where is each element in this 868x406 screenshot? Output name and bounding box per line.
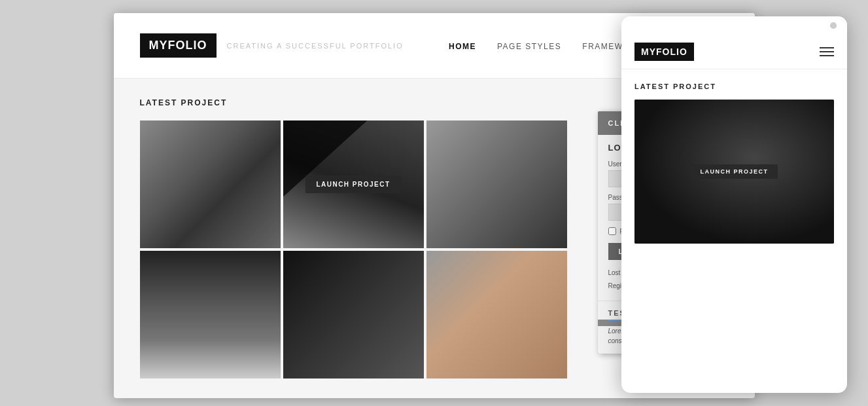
overlay-5	[283, 251, 424, 378]
project-item-4[interactable]	[140, 251, 281, 378]
overlay-4	[140, 251, 281, 378]
nav-link-home[interactable]: HOME	[449, 42, 476, 51]
project-item-5[interactable]	[283, 251, 424, 378]
mobile-launch-button[interactable]: LAUNCH PROJECT	[691, 164, 777, 179]
logo-area: MYFOLIO CREATING A SUCCESSFUL PORTFOLIO	[140, 33, 404, 58]
overlay-1	[140, 120, 281, 248]
nav-link-pagestyles[interactable]: PAGE STYLES	[497, 42, 561, 51]
mobile-content: LATEST PROJECT LAUNCH PROJECT	[621, 69, 847, 257]
hamburger-line-2	[820, 51, 834, 52]
mobile-window: MYFOLIO LATEST PROJECT LAUNCH PROJECT	[621, 16, 847, 393]
mobile-nav: MYFOLIO	[621, 35, 847, 69]
hamburger-menu-icon[interactable]	[820, 47, 834, 56]
hamburger-line-3	[820, 55, 834, 56]
desktop-logo: MYFOLIO	[140, 33, 217, 58]
tagline: CREATING A SUCCESSFUL PORTFOLIO	[227, 42, 404, 50]
nav-item-home[interactable]: HOME	[449, 40, 476, 52]
mobile-status-dot	[830, 22, 837, 29]
project-item-3[interactable]	[426, 120, 567, 248]
mobile-logo: MYFOLIO	[634, 43, 694, 61]
overlay-2: LAUNCH PROJECT	[283, 120, 424, 248]
project-item-6[interactable]	[426, 251, 567, 378]
launch-project-button[interactable]: LAUNCH PROJECT	[305, 175, 400, 193]
mobile-section-title: LATEST PROJECT	[634, 83, 834, 90]
remember-checkbox[interactable]	[608, 227, 616, 235]
hamburger-line-1	[820, 47, 834, 48]
project-item-1[interactable]	[140, 120, 281, 248]
mobile-project-image[interactable]: LAUNCH PROJECT	[634, 100, 834, 244]
overlay-3	[426, 120, 567, 248]
mobile-status-bar	[621, 16, 847, 35]
nav-item-pagestyles[interactable]: PAGE STYLES	[497, 40, 561, 52]
overlay-6	[426, 251, 567, 378]
project-item-2[interactable]: LAUNCH PROJECT	[283, 120, 424, 248]
